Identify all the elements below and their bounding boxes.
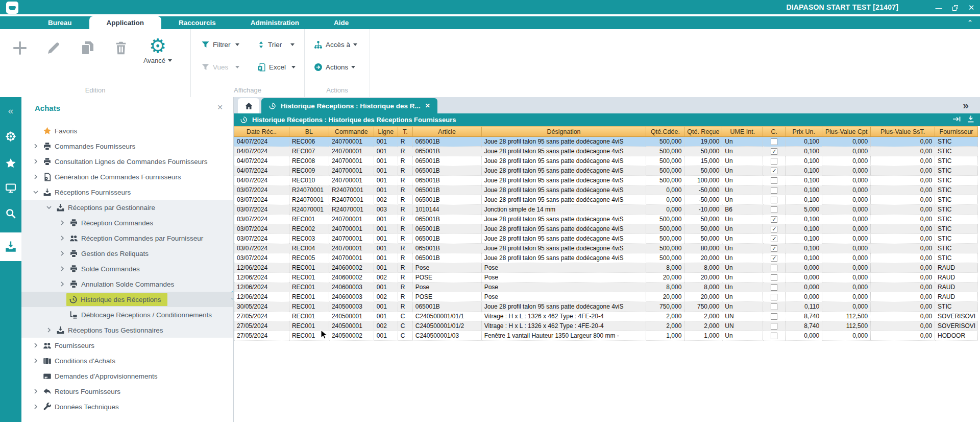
table-row[interactable]: 27/05/2024REC001240500001001CC240500001/… [234, 312, 978, 321]
menu-tab-raccourcis[interactable]: Raccourcis [161, 16, 233, 29]
table-row[interactable]: 03/07/2024REC003240700001001R065001BJoue… [234, 234, 978, 244]
table-row[interactable]: 03/07/2024REC005240700001001R065001BJoue… [234, 253, 978, 263]
sidebar-item-réceptions-tous-gestionnaires[interactable]: Réceptions Tous Gestionnaires [21, 322, 233, 338]
goto-end-icon[interactable] [952, 115, 962, 123]
checkbox-checked-icon[interactable]: ✓ [771, 255, 777, 262]
column-header-prix_un[interactable]: Prix Un. [786, 127, 822, 136]
delete-button[interactable] [110, 36, 132, 60]
sidebar-item-réceptions-fournisseurs[interactable]: Réceptions Fournisseurs [21, 184, 233, 200]
table-row[interactable]: 03/07/2024R24070001R24070001001R065001BJ… [234, 185, 978, 195]
chevron-right-icon[interactable] [32, 173, 40, 181]
table-row[interactable]: 12/06/2024REC001240600002001RPosePose8,0… [234, 263, 978, 273]
excel-button[interactable]: Excel [257, 63, 296, 72]
chevron-right-icon[interactable] [58, 219, 66, 227]
table-row[interactable]: 03/07/2024REC004240700001001R065001BJoue… [234, 244, 978, 253]
column-header-ligne[interactable]: Ligne [374, 127, 398, 136]
chevron-right-icon[interactable] [32, 157, 40, 166]
tab-close-icon[interactable]: ✕ [425, 102, 430, 109]
checkbox-unchecked-icon[interactable] [771, 294, 777, 300]
table-row[interactable]: 12/06/2024REC001240600003001RPosePose8,0… [234, 283, 978, 292]
checkbox-unchecked-icon[interactable] [771, 284, 777, 291]
star-icon[interactable] [0, 156, 21, 171]
column-header-date[interactable]: Date Réc.. [234, 127, 289, 136]
menu-tab-application[interactable]: Application [89, 16, 162, 29]
checkbox-checked-icon[interactable]: ✓ [771, 216, 777, 223]
tab-home[interactable] [238, 98, 259, 113]
actions-button[interactable]: Actions [314, 63, 355, 72]
checkbox-unchecked-icon[interactable] [771, 177, 777, 184]
close-icon[interactable]: ✕ [967, 3, 976, 12]
sidebar-item-conditions-d-achats[interactable]: Conditions d'Achats [21, 353, 233, 368]
table-row[interactable]: 03/07/2024REC001240700001001R065001BJoue… [234, 215, 978, 224]
checkbox-unchecked-icon[interactable] [771, 265, 777, 271]
table-row[interactable]: 04/07/2024REC006240700001001R065001BJoue… [234, 137, 978, 147]
export-download-icon[interactable] [967, 115, 975, 123]
column-header-qte_cdee[interactable]: Qté.Cdée. [646, 127, 684, 136]
sidebar-item-réceptions-par-gestionnaire[interactable]: Réceptions par Gestionnaire [21, 200, 233, 215]
table-row[interactable]: 03/07/2024REC002240700001001R065001BJoue… [234, 224, 978, 234]
chevron-right-icon[interactable] [32, 142, 40, 150]
checkbox-unchecked-icon[interactable] [771, 303, 777, 310]
sort-button[interactable]: Trier [257, 40, 295, 49]
table-row[interactable]: 12/06/2024REC001240600003002RPOSEPose20,… [234, 292, 978, 302]
access-button[interactable]: Accès à [314, 40, 357, 49]
chevron-right-icon[interactable] [58, 234, 66, 242]
table-row[interactable]: 04/07/2024REC007240700001001R065001BJoue… [234, 147, 978, 156]
chevron-right-icon[interactable] [32, 403, 40, 411]
sidebar-item-annulation-solde-commandes[interactable]: Annulation Solde Commandes [21, 276, 233, 292]
sidebar-item-réception-commandes[interactable]: Réception Commandes [21, 215, 233, 230]
chevron-right-icon[interactable] [58, 249, 66, 257]
table-row[interactable]: 03/07/2024R24070001R24070001002R065001BJ… [234, 195, 978, 205]
chevron-right-icon[interactable] [32, 387, 40, 395]
restore-icon[interactable] [950, 3, 960, 12]
chevron-right-icon[interactable] [32, 341, 40, 349]
table-row[interactable]: 27/05/2024REC001240500002001CC240500001/… [234, 331, 978, 341]
column-header-pv_cpt[interactable]: Plus-Value Cpt [822, 127, 871, 136]
sidebar-item-retours-fournisseurs[interactable]: Retours Fournisseurs [21, 384, 233, 399]
checkbox-unchecked-icon[interactable] [771, 138, 777, 145]
sidebar-item-solde-commandes[interactable]: Solde Commandes [21, 261, 233, 276]
minimize-icon[interactable]: — [934, 3, 943, 12]
checkbox-unchecked-icon[interactable] [771, 206, 777, 213]
column-header-bl[interactable]: BL [289, 127, 329, 136]
column-header-t[interactable]: T. [398, 127, 413, 136]
column-header-ume[interactable]: UME Int. [722, 127, 763, 136]
tab-historique-receptions[interactable]: Historique Réceptions : Historique des R… [261, 98, 437, 113]
advanced-button[interactable]: ⚙ Avancé [144, 36, 172, 64]
column-header-qte_recue[interactable]: Qté. Reçue [684, 127, 722, 136]
rail-item-receptions-active[interactable] [0, 232, 21, 261]
chevron-right-icon[interactable] [58, 280, 66, 288]
table-row[interactable]: 04/07/2024REC008240700001001R065001BJoue… [234, 156, 978, 166]
sidebar-item-réception-commandes-par-fournisseur[interactable]: Réception Commandes par Fournisseur [21, 230, 233, 246]
checkbox-unchecked-icon[interactable] [771, 158, 777, 165]
sidebar-item-favoris[interactable]: Favoris [21, 123, 233, 138]
chevron-down-icon[interactable] [32, 188, 40, 196]
more-tabs-icon[interactable]: » [963, 99, 969, 111]
table-row[interactable]: 12/06/2024REC001240600002002RPOSEPose20,… [234, 273, 978, 283]
column-header-fournisseur[interactable]: Fournisseur [935, 127, 978, 136]
sidebar-item-fournisseurs[interactable]: Fournisseurs [21, 338, 233, 353]
edit-button[interactable] [43, 36, 64, 60]
views-button[interactable]: Vues [201, 63, 239, 72]
sidebar-item-demandes-d-approvisionnements[interactable]: Demandes d'Approvisionnements [21, 368, 233, 384]
chevron-right-icon[interactable] [32, 357, 40, 365]
sidebar-item-commandes-fournisseurs[interactable]: Commandes Fournisseurs [21, 138, 233, 154]
sidebar-item-déblocage-réceptions-conditionnements[interactable]: Déblocage Réceptions / Conditionnements [21, 307, 233, 322]
checkbox-checked-icon[interactable]: ✓ [771, 226, 777, 232]
filter-button[interactable]: Filtrer [201, 40, 239, 49]
menu-tab-bureau[interactable]: Bureau [31, 16, 89, 29]
checkbox-checked-icon[interactable]: ✓ [771, 148, 777, 155]
table-row[interactable]: 27/05/2024REC001240500001002CC240500001/… [234, 321, 978, 331]
copy-button[interactable] [77, 36, 98, 60]
chevron-right-icon[interactable] [58, 265, 66, 273]
column-header-commande[interactable]: Commande [329, 127, 374, 136]
sidebar-item-consultation-lignes-de-commandes-fournisseurs[interactable]: Consultation Lignes de Commandes Fournis… [21, 154, 233, 169]
checkbox-unchecked-icon[interactable] [771, 197, 777, 203]
checkbox-unchecked-icon[interactable] [771, 274, 777, 281]
add-button[interactable] [9, 36, 31, 60]
ribbon-collapse-icon[interactable]: ⌃ [967, 19, 973, 26]
table-row[interactable]: 04/07/2024REC009240700001001R065001BJoue… [234, 166, 978, 176]
collapse-sidebar-icon[interactable]: « [0, 103, 21, 119]
sidebar-item-données-techniques[interactable]: Données Techniques [21, 399, 233, 414]
sidebar-item-historique-des-réceptions[interactable]: Historique des Réceptions [21, 292, 233, 307]
